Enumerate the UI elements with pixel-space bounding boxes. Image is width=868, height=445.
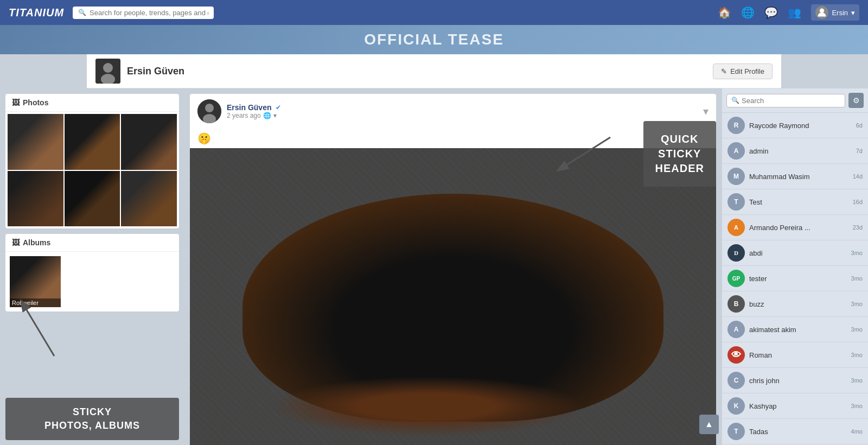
- right-search-settings-button[interactable]: ⚙: [848, 93, 864, 108]
- right-search-input-wrap[interactable]: 🔍: [726, 94, 845, 107]
- post-emoji: 🤫: [190, 129, 716, 148]
- right-search-icon: 🔍: [731, 97, 739, 104]
- friend-avatar: A: [727, 219, 745, 236]
- friend-item[interactable]: KKashyap3mo: [722, 393, 868, 419]
- friend-item[interactable]: Aadmin7d: [722, 138, 868, 164]
- post-author-info: Ersin Güven ✔ 2 years ago 🌐 ▾: [197, 99, 281, 123]
- photo-thumb-5[interactable]: [65, 171, 120, 227]
- friend-avatar: R: [727, 117, 745, 134]
- post-author-avatar[interactable]: [197, 99, 221, 123]
- photo-thumb-6[interactable]: [121, 171, 177, 227]
- top-navigation: TITANIUM 🔍 🏠 🌐 💬 👥 Ersin ▾: [0, 0, 868, 25]
- friend-name: Kashyap: [749, 402, 847, 410]
- friend-time: 3mo: [851, 301, 863, 307]
- main-layout: 🖼 Photos 🖼 Albums Rottweiler: [0, 88, 868, 445]
- photos-icon: 🖼: [12, 98, 20, 107]
- chat-icon[interactable]: 💬: [764, 6, 778, 19]
- friend-name: Test: [749, 198, 848, 206]
- edit-profile-button[interactable]: ✎ Edit Profile: [713, 63, 773, 79]
- photo-thumb-3[interactable]: [121, 114, 177, 170]
- dog-paws-shape: [269, 376, 585, 437]
- friend-name: akimatest akim: [749, 326, 847, 334]
- quick-sticky-annotation: QUICKSTICKYHEADER: [643, 121, 716, 187]
- friends-icon[interactable]: 👥: [788, 6, 801, 19]
- friend-name: admin: [749, 147, 852, 155]
- friend-item[interactable]: TTest16d: [722, 189, 868, 215]
- right-sidebar: 🔍 ⚙ RRaycode Raymond6dAadmin7dMMuhammad …: [722, 88, 868, 445]
- svg-point-9: [205, 104, 214, 112]
- right-search-input[interactable]: [742, 97, 840, 105]
- post-options-icon[interactable]: ▾: [703, 105, 709, 118]
- verified-icon: ✔: [276, 104, 281, 111]
- scroll-to-top-button[interactable]: ▲: [699, 415, 719, 434]
- edit-profile-label: Edit Profile: [730, 67, 764, 75]
- friend-item[interactable]: GPtester3mo: [722, 266, 868, 291]
- friend-item[interactable]: 👁Roman3mo: [722, 342, 868, 368]
- friend-time: 3mo: [851, 275, 863, 282]
- friend-avatar: A: [727, 142, 745, 160]
- friend-name: Armando Pereira ...: [749, 224, 848, 232]
- albums-widget: 🖼 Albums Rottweiler: [5, 234, 179, 312]
- photo-thumb-2[interactable]: [65, 114, 120, 170]
- album-thumb-1[interactable]: Rottweiler: [10, 256, 61, 307]
- cover-area: OFFICIAL TEASE: [0, 25, 868, 54]
- home-icon[interactable]: 🏠: [718, 6, 731, 19]
- post-card: Ersin Güven ✔ 2 years ago 🌐 ▾ ▾ 🤫: [190, 94, 716, 445]
- dropdown-chevron[interactable]: ▾: [273, 112, 277, 119]
- nav-icons-group: 🏠 🌐 💬 👥 Ersin ▾: [718, 4, 859, 21]
- app-logo[interactable]: TITANIUM: [9, 7, 64, 19]
- photo-thumb-1[interactable]: [8, 114, 63, 170]
- friend-item[interactable]: Aakimatest akim3mo: [722, 317, 868, 342]
- friend-name: Muhammad Wasim: [749, 173, 848, 181]
- photos-widget-header: 🖼 Photos: [5, 94, 179, 112]
- svg-point-2: [103, 63, 113, 73]
- nav-user-name: Ersin: [832, 9, 848, 17]
- post-main-image[interactable]: [190, 148, 716, 445]
- cover-title: OFFICIAL TEASE: [364, 31, 504, 48]
- friend-item[interactable]: Cchris john3mo: [722, 368, 868, 393]
- profile-avatar: [95, 59, 120, 84]
- friend-name: Raycode Raymond: [749, 122, 852, 130]
- friend-time: 3mo: [851, 352, 863, 358]
- globe-icon[interactable]: 🌐: [741, 6, 755, 19]
- photos-title: Photos: [23, 98, 48, 107]
- albums-widget-header: 🖼 Albums: [5, 234, 179, 252]
- friend-avatar: C: [727, 372, 745, 389]
- friend-item[interactable]: Bbuzz3mo: [722, 291, 868, 317]
- friend-time: 7d: [856, 148, 863, 154]
- profile-header: Ersin Güven ✎ Edit Profile: [87, 54, 781, 88]
- friend-item[interactable]: RRaycode Raymond6d: [722, 113, 868, 138]
- left-sidebar: 🖼 Photos 🖼 Albums Rottweiler: [0, 88, 184, 445]
- friend-item[interactable]: AArmando Pereira ...23d: [722, 215, 868, 240]
- friend-avatar: GP: [727, 270, 745, 287]
- nav-search-bar[interactable]: 🔍: [73, 7, 214, 19]
- post-time: 2 years ago 🌐 ▾: [227, 112, 281, 119]
- friend-avatar: M: [727, 168, 745, 185]
- friends-list: RRaycode Raymond6dAadmin7dMMuhammad Wasi…: [722, 113, 868, 445]
- post-author-name[interactable]: Ersin Güven: [227, 103, 271, 112]
- photos-widget: 🖼 Photos: [5, 94, 179, 228]
- friend-avatar: B: [727, 295, 745, 313]
- friend-item[interactable]: MMuhammad Wasim14d: [722, 164, 868, 189]
- friend-time: 3mo: [851, 377, 863, 384]
- friend-avatar: A: [727, 321, 745, 338]
- friend-avatar: D: [727, 244, 745, 262]
- friend-item[interactable]: TTadas4mo: [722, 419, 868, 444]
- nav-search-input[interactable]: [90, 9, 208, 17]
- friend-time: 4mo: [851, 428, 863, 435]
- nav-dropdown-icon: ▾: [851, 9, 855, 17]
- nav-search-icon: 🔍: [78, 9, 86, 16]
- albums-icon: 🖼: [12, 238, 20, 247]
- nav-user-menu[interactable]: Ersin ▾: [811, 4, 859, 21]
- friend-time: 14d: [853, 173, 863, 180]
- friend-name: chris john: [749, 377, 847, 385]
- friend-item[interactable]: Dabdi3mo: [722, 240, 868, 266]
- friend-time: 3mo: [851, 403, 863, 409]
- svg-point-0: [820, 9, 824, 13]
- friend-name: Tadas: [749, 428, 847, 436]
- center-feed: Ersin Güven ✔ 2 years ago 🌐 ▾ ▾ 🤫: [184, 88, 722, 445]
- friend-name: tester: [749, 275, 847, 283]
- friend-time: 3mo: [851, 326, 863, 333]
- photo-thumb-4[interactable]: [8, 171, 63, 227]
- friend-avatar: K: [727, 397, 745, 415]
